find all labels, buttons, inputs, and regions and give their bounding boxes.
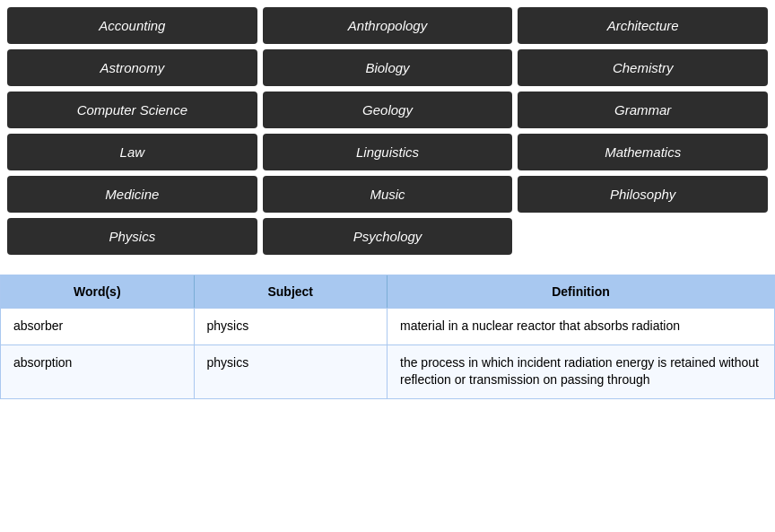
subject-btn-psychology[interactable]: Psychology: [263, 218, 513, 255]
subject-btn-grammar[interactable]: Grammar: [518, 92, 768, 128]
header-definition: Definition: [388, 275, 774, 308]
subject-btn-geology[interactable]: Geology: [263, 92, 513, 128]
subject-btn-biology[interactable]: Biology: [263, 49, 513, 86]
subject-btn-mathematics[interactable]: Mathematics: [518, 134, 768, 170]
empty-cell: [518, 218, 768, 255]
table-cell-definition: material in a nuclear reactor that absor…: [388, 309, 774, 344]
table-cell-word: absorption: [1, 345, 195, 398]
table-cell-word: absorber: [1, 309, 195, 344]
subjects-section: AccountingAnthropologyArchitectureAstron…: [0, 0, 775, 266]
subject-btn-medicine[interactable]: Medicine: [7, 176, 257, 213]
table-row: absorberphysicsmaterial in a nuclear rea…: [1, 308, 774, 344]
subjects-grid: AccountingAnthropologyArchitectureAstron…: [7, 7, 768, 255]
subject-btn-law[interactable]: Law: [7, 134, 257, 170]
subject-btn-computer-science[interactable]: Computer Science: [7, 92, 257, 128]
subject-btn-anthropology[interactable]: Anthropology: [263, 7, 513, 44]
subject-btn-physics[interactable]: Physics: [7, 218, 257, 255]
table-cell-subject: physics: [195, 345, 388, 398]
subject-btn-music[interactable]: Music: [263, 176, 513, 213]
table-row: absorptionphysicsthe process in which in…: [1, 344, 774, 398]
table-cell-subject: physics: [195, 309, 388, 344]
subject-btn-philosophy[interactable]: Philosophy: [518, 176, 768, 213]
subject-btn-linguistics[interactable]: Linguistics: [263, 134, 513, 170]
table-cell-definition: the process in which incident radiation …: [388, 345, 774, 398]
header-words: Word(s): [1, 275, 195, 308]
header-subject: Subject: [195, 275, 388, 308]
table-body: absorberphysicsmaterial in a nuclear rea…: [1, 308, 774, 398]
table-header: Word(s) Subject Definition: [1, 275, 774, 308]
subject-btn-accounting[interactable]: Accounting: [7, 7, 257, 44]
subject-btn-architecture[interactable]: Architecture: [518, 7, 768, 44]
subject-btn-astronomy[interactable]: Astronomy: [7, 49, 257, 86]
table-section: Word(s) Subject Definition absorberphysi…: [0, 275, 775, 399]
subject-btn-chemistry[interactable]: Chemistry: [518, 49, 768, 86]
